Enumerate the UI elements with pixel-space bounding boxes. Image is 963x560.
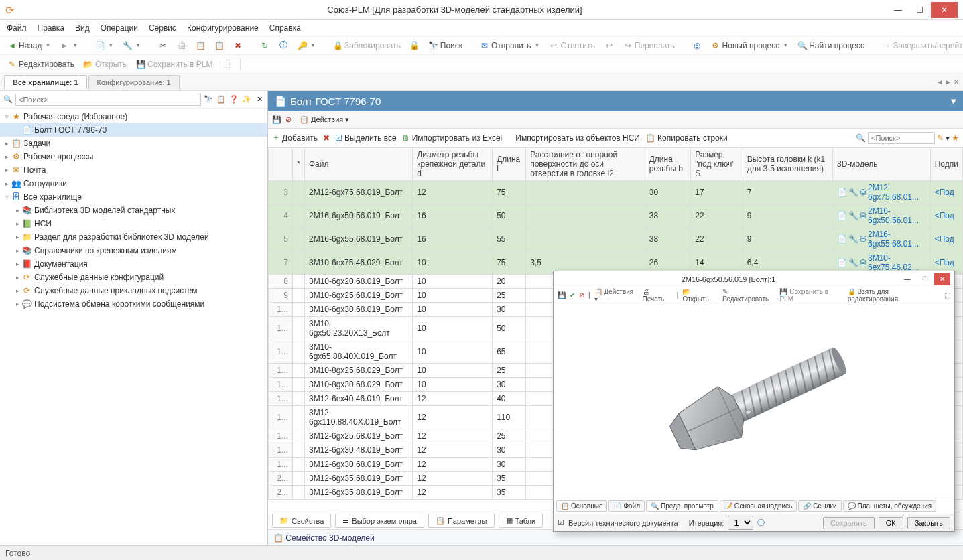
content-save-icon[interactable]: 💾 (272, 115, 281, 124)
clipboard-icon[interactable]: 📋 (216, 94, 227, 105)
star2-icon[interactable]: ★ (952, 133, 959, 143)
preview-body[interactable] (554, 303, 954, 498)
pv-actions[interactable]: 📋 Действия ▾ (594, 288, 639, 303)
menu-service[interactable]: Сервис (149, 23, 176, 33)
tree-favorites[interactable]: ▿★Рабочая среда (Избранное) (0, 110, 267, 123)
tab-nav-right-icon[interactable]: ► (945, 78, 952, 86)
col-diam[interactable]: Диаметр резьбы крепежной детали d (413, 148, 493, 181)
copy-rows-button[interactable]: 📋Копировать строки (645, 133, 728, 143)
forward-button[interactable]: ►▼ (56, 40, 81, 52)
btab-props[interactable]: 📁Свойства (272, 514, 331, 528)
tree-svc-cfg[interactable]: ▸⟳Служебные данные конфигураций (0, 271, 267, 284)
pvtab-stamp[interactable]: 📝 Основная надпись (720, 500, 797, 512)
col-sign[interactable]: Подпи (930, 148, 962, 181)
paste2-button[interactable]: 📋 (211, 40, 227, 52)
pvtab-file[interactable]: 📄 Файл (608, 500, 645, 512)
copy-button[interactable]: ⿻ (174, 40, 190, 52)
delete-button[interactable]: ✖ (230, 40, 246, 52)
wand-icon[interactable]: ✨ (241, 94, 252, 105)
help-icon[interactable]: ❓ (229, 94, 239, 105)
find-process-button[interactable]: 🔍Найти процесс (794, 40, 868, 52)
tab-config[interactable]: Конфигурирование: 1 (88, 75, 180, 89)
sidebar-search-input[interactable] (15, 94, 201, 106)
pv-close-button[interactable]: ✕ (934, 273, 950, 285)
col-file[interactable]: Файл (305, 148, 413, 181)
remove-button[interactable]: ✖ (323, 133, 330, 143)
col-dist[interactable]: Расстояние от опорной поверхности до оси… (526, 148, 645, 181)
minimize-button[interactable]: — (888, 2, 908, 18)
tree-bolt[interactable]: 📄Болт ГОСТ 7796-70 (0, 123, 267, 137)
tree-refs[interactable]: ▸📚Справочники по крепежным изделиям (0, 244, 267, 257)
content-forbid-icon[interactable]: ⊘ (285, 115, 292, 124)
tree-lib3d[interactable]: ▸📚Библиотека 3D моделей стандартных (0, 204, 267, 217)
new-button[interactable]: 📄▼ (92, 40, 117, 52)
binoculars-icon[interactable]: 🔭 (203, 94, 214, 105)
edit-button[interactable]: ✎Редактировать (4, 58, 78, 70)
select-all-button[interactable]: ☑Выделить всё (335, 133, 397, 143)
pv-iter-info-icon[interactable]: ⓘ (757, 518, 765, 528)
target-button[interactable]: ◎ (689, 40, 705, 52)
table-row[interactable]: 3 2М12-6gх75.68.019_Болт 12 75 30 17 7 📄… (269, 181, 963, 204)
send-button[interactable]: ✉Отправить▼ (476, 40, 543, 52)
preview-titlebar[interactable]: 2М16-6gх50.56.019 [Болт]:1 — ☐ ✕ (554, 271, 954, 287)
col-model[interactable]: 3D-модель (832, 148, 930, 181)
btab-params[interactable]: 📋Параметры (428, 514, 495, 528)
content-actions[interactable]: 📋 Действия ▾ (300, 115, 349, 124)
col-lenb[interactable]: Длина резьбы b (645, 148, 691, 181)
table-row[interactable]: 5 2М16-6gх55.68.019_Болт 16 55 38 22 9 📄… (269, 228, 963, 251)
btab-instance[interactable]: ☰Выбор экземпляра (335, 514, 424, 528)
pv-max-button[interactable]: ☐ (917, 273, 933, 285)
add-button[interactable]: ＋Добавить (272, 132, 318, 143)
menu-view[interactable]: Вид (75, 23, 90, 33)
pv-extra-icon[interactable]: ⬚ (944, 291, 950, 299)
btab-tables[interactable]: ▦Табли (499, 514, 543, 528)
pvtab-links[interactable]: 🔗 Ссылки (798, 500, 841, 512)
pv-check-icon[interactable]: ✔ (570, 291, 575, 299)
import-excel-button[interactable]: 🗎Импортировать из Excel (402, 133, 503, 143)
preview-window[interactable]: 2М16-6gх50.56.019 [Болт]:1 — ☐ ✕ 💾 ✔ ⊘ |… (553, 271, 955, 532)
tree-section[interactable]: ▸📁Раздел для разработки библиотек 3D мод… (0, 230, 267, 244)
pv-doc-version[interactable]: Версия технического документа (568, 519, 678, 527)
reply-all-button[interactable]: ↩ (601, 40, 617, 52)
menu-edit[interactable]: Правка (38, 23, 65, 33)
key-button[interactable]: 🔑▼ (294, 40, 319, 52)
refresh-button[interactable]: ↻ (257, 40, 273, 52)
wrench-button[interactable]: 🔧▼ (119, 40, 144, 52)
pv-cancel-icon[interactable]: ⊘ (579, 291, 584, 299)
tree-docs[interactable]: ▸📕Документация (0, 257, 267, 271)
pvtab-boards[interactable]: 💬 Планшеты, обсуждения (843, 500, 937, 512)
tree-nsi[interactable]: ▸📗НСИ (0, 217, 267, 230)
tree-msg[interactable]: ▸💬Подсистема обмена короткими сообщениям… (0, 297, 267, 311)
menu-help[interactable]: Справка (269, 23, 301, 33)
pencil-icon[interactable]: ✎ (937, 133, 944, 143)
tree-mail[interactable]: ▸✉Почта (0, 163, 267, 177)
search-button[interactable]: 🔭Поиск (426, 40, 466, 52)
table-row[interactable]: 4 2М16-6gх50.56.019_Болт 16 50 38 22 9 📄… (269, 204, 963, 228)
pv-save-icon[interactable]: 💾 (558, 291, 566, 299)
collapse-icon[interactable]: ▾ (951, 95, 956, 107)
close-button[interactable]: ✕ (931, 2, 958, 18)
table-search-input[interactable] (868, 132, 935, 144)
clear-icon[interactable]: ✕ (254, 94, 265, 105)
col-lenl[interactable]: Длина l (493, 148, 526, 181)
pvtab-preview[interactable]: 🔍 Предв. просмотр (646, 500, 718, 512)
col-star[interactable]: * (293, 148, 305, 181)
paste-button[interactable]: 📋 (192, 40, 208, 52)
pvtab-main[interactable]: 📋 Основные (556, 500, 607, 512)
save-plm-button[interactable]: 💾Сохранить в PLM (133, 58, 216, 70)
tab-nav-left-icon[interactable]: ◄ (936, 78, 943, 86)
pv-ok-button[interactable]: ОК (879, 517, 903, 529)
menu-config[interactable]: Конфигурирование (187, 23, 259, 33)
lock-button[interactable]: 🔒Заблокировать (330, 40, 404, 52)
pv-close-button2[interactable]: Закрыть (907, 517, 950, 529)
tree-processes[interactable]: ▸⚙Рабочие процессы (0, 150, 267, 163)
cut-button[interactable]: ✂ (155, 40, 171, 52)
finish-button[interactable]: →Завершить/перейти к▼ (879, 40, 963, 52)
pv-iteration-select[interactable]: 1 (728, 516, 753, 530)
pv-print[interactable]: 🖨 Печать (643, 288, 673, 303)
new-process-button[interactable]: ⚙Новый процесс▼ (708, 40, 792, 52)
import-nsi-button[interactable]: Импортировать из объектов НСИ (515, 133, 640, 143)
forward-mail-button[interactable]: ↪Переслать (620, 40, 678, 52)
pv-open[interactable]: 📂 Открыть (682, 288, 718, 303)
pv-min-button[interactable]: — (899, 273, 915, 285)
